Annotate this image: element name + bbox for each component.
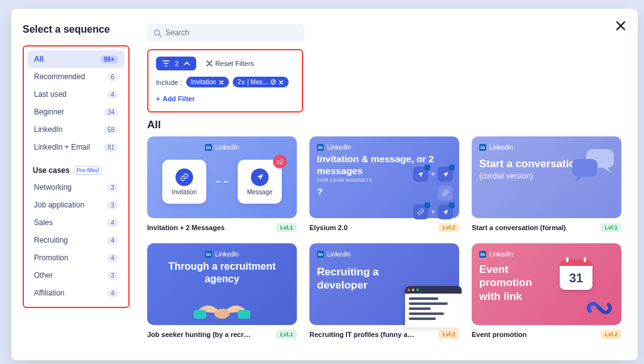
card-headline: Event promotion with link: [479, 263, 555, 303]
code-window-icon: [405, 286, 462, 328]
sidebar-item-recommended[interactable]: Recommended 6: [28, 68, 125, 85]
close-icon[interactable]: [219, 80, 224, 85]
card-thumb: in LinkedIn Start a conversation (cordia…: [472, 136, 621, 218]
sequence-card[interactable]: in LinkedIn Invitation & message, or 2 m…: [309, 136, 459, 232]
sequence-card[interactable]: in LinkedIn Through a recruitment agency: [147, 243, 297, 339]
sidebar-item-count: 3: [107, 201, 118, 209]
sequence-card[interactable]: in LinkedIn Recruiting a developer: [309, 243, 459, 339]
chip-label: Invitation: [191, 79, 216, 85]
send-icon: [438, 204, 453, 219]
calendar-date: 31: [560, 266, 592, 290]
sidebar-item-count: 3: [107, 184, 118, 192]
message-tile: x2 Message: [238, 160, 282, 204]
sidebar-item-networking[interactable]: Networking 3: [28, 179, 125, 196]
filter-chip-invitation[interactable]: Invitation: [186, 77, 229, 87]
linkedin-icon: in: [317, 144, 324, 151]
sidebar-item-label: Job application: [34, 201, 84, 209]
sidebar-item-other[interactable]: Other 3: [28, 267, 125, 284]
close-icon: [206, 60, 213, 67]
linkedin-label: LinkedIn: [327, 251, 351, 258]
plus-icon: +: [156, 95, 160, 102]
send-icon: [438, 167, 453, 182]
sidebar-item-sales[interactable]: Sales 4: [28, 214, 125, 231]
add-filter-button[interactable]: + Add Filter: [156, 95, 195, 102]
svg-rect-5: [572, 159, 597, 177]
sidebar-item-recruiting[interactable]: Recruiting 4: [28, 231, 125, 249]
level-badge: Lvl.2: [438, 330, 459, 339]
reset-filters-button[interactable]: Reset Filters: [206, 60, 254, 67]
linkedin-badge: in LinkedIn: [317, 144, 452, 151]
handshake-icon: [194, 295, 250, 323]
linkedin-label: LinkedIn: [489, 144, 513, 151]
link-icon: [438, 185, 453, 201]
linkedin-label: LinkedIn: [489, 251, 513, 258]
svg-point-8: [214, 309, 230, 319]
sidebar-item-count: 4: [107, 219, 118, 227]
sidebar-section-title: Use cases: [33, 166, 70, 175]
chip-label: 2∨ | Mes...: [238, 79, 268, 85]
sidebar-item-label: Sales: [34, 218, 53, 227]
sidebar-item-label: Last used: [34, 90, 67, 99]
svg-rect-7: [238, 310, 250, 319]
question-icon: ?: [317, 186, 323, 197]
sidebar-item-count: 81: [104, 143, 118, 152]
sidebar-item-count: 3: [107, 272, 118, 280]
close-button[interactable]: [613, 18, 629, 34]
sidebar-item-linkedin-email[interactable]: LinkedIn + Email 81: [28, 138, 125, 156]
level-badge: Lvl.2: [438, 223, 459, 232]
sidebar-item-promotion[interactable]: Promotion 4: [28, 249, 125, 267]
chat-bubbles-icon: [570, 148, 618, 185]
sidebar-item-count: 4: [107, 91, 118, 99]
filter-summary-button[interactable]: 2: [156, 57, 196, 70]
send-icon: [251, 168, 269, 186]
linkedin-label: LinkedIn: [327, 144, 351, 151]
cancel-icon[interactable]: [270, 79, 276, 85]
sidebar-item-all[interactable]: All 99+: [28, 50, 125, 68]
card-headline: Through a recruitment agency: [155, 260, 289, 285]
sidebar-item-label: Other: [34, 271, 53, 280]
level-badge: Lvl.1: [276, 330, 297, 339]
sidebar-item-label: LinkedIn + Email: [34, 143, 90, 152]
sequence-card[interactable]: in LinkedIn Invitation: [147, 136, 297, 232]
level-badge: Lvl.2: [601, 330, 621, 339]
filter-chip-message[interactable]: 2∨ | Mes...: [233, 77, 289, 87]
sidebar-item-beginner[interactable]: Beginner 34: [28, 103, 125, 121]
sidebar-item-affiliation[interactable]: Affiliation 4: [28, 284, 125, 302]
sequence-card[interactable]: in LinkedIn Start a conversation (cordia…: [472, 136, 621, 232]
sidebar-item-job-application[interactable]: Job application 3: [28, 196, 125, 214]
sidebar: Select a sequence All 99+ Recommended 6 …: [23, 24, 130, 354]
sidebar-item-label: Affiliation: [34, 289, 64, 297]
card-thumb: in LinkedIn Recruiting a developer: [309, 243, 459, 325]
linkedin-label: LinkedIn: [215, 144, 239, 151]
svg-line-1: [159, 34, 161, 36]
close-icon[interactable]: [279, 80, 284, 85]
sidebar-item-count: 99+: [100, 55, 118, 63]
card-title: Event promotion: [472, 331, 526, 338]
linkedin-badge: in LinkedIn: [317, 251, 452, 258]
search-input-wrap[interactable]: [147, 24, 304, 41]
link-chain-icon: [586, 299, 613, 317]
filter-highlight-box: 2 Reset Filters Include : Invitation: [147, 49, 303, 113]
chevron-up-icon: [184, 62, 190, 65]
filter-icon: [162, 60, 170, 67]
sequence-card[interactable]: in LinkedIn Event promotion with link 31: [472, 243, 621, 339]
connector-line: [216, 181, 228, 182]
invitation-tile: Invitation: [162, 160, 206, 204]
filter-count: 2: [175, 60, 179, 67]
flow-diagram: + +: [413, 167, 453, 212]
linkedin-icon: in: [205, 251, 212, 258]
sidebar-item-linkedin[interactable]: LinkedIn 58: [28, 121, 125, 138]
card-title: Recruiting IT profiles (funny approach): [309, 331, 416, 338]
search-icon: [153, 29, 162, 37]
link-icon: [175, 168, 193, 186]
sidebar-item-count: 4: [107, 254, 118, 262]
reset-filters-label: Reset Filters: [215, 60, 254, 67]
sidebar-item-label: Beginner: [34, 108, 64, 116]
search-input[interactable]: [165, 28, 298, 37]
calendar-icon: 31: [560, 260, 592, 290]
include-label: Include :: [156, 79, 182, 86]
sidebar-item-last-used[interactable]: Last used 4: [28, 85, 125, 103]
sidebar-section-badge: Pre-filled: [74, 166, 103, 175]
card-thumb: in LinkedIn Invitation & message, or 2 m…: [309, 136, 459, 218]
sidebar-item-label: Promotion: [34, 253, 69, 262]
